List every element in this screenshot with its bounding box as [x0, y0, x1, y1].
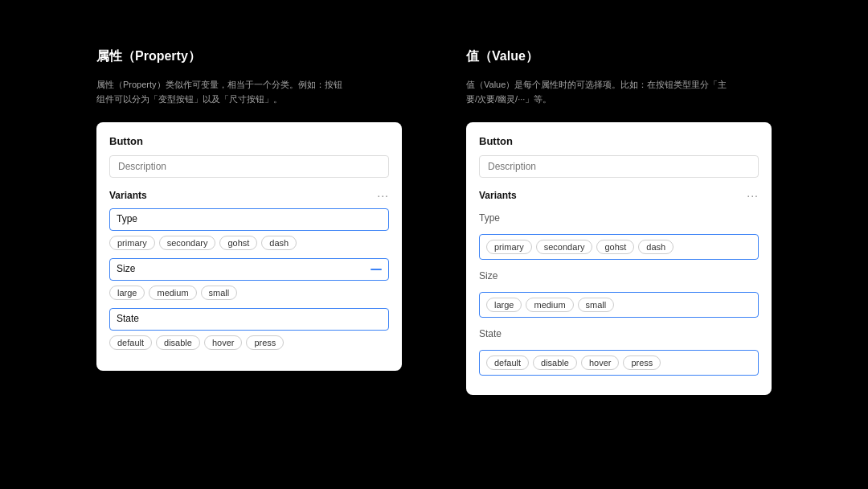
- tag-dash-r[interactable]: dash: [638, 240, 674, 254]
- right-type-tags-container[interactable]: primary secondary gohst dash: [479, 234, 759, 260]
- tag-dash[interactable]: dash: [261, 236, 297, 250]
- right-section: 值（Value） 值（Value）是每个属性时的可选择项。比如：在按钮类型里分「…: [466, 48, 772, 395]
- tag-small-r[interactable]: small: [578, 298, 615, 312]
- tag-large[interactable]: large: [109, 286, 145, 300]
- right-type-row: Type: [479, 208, 759, 231]
- right-property-size: Size large medium small: [479, 266, 759, 318]
- tag-press-r[interactable]: press: [623, 355, 661, 370]
- left-property-type: Type primary secondary gohst dash: [109, 208, 389, 252]
- left-section: 属性（Property） 属性（Property）类似作可变量，相当于一个分类。…: [96, 48, 402, 371]
- right-size-tags-container[interactable]: large medium small: [479, 292, 759, 318]
- left-card-title: Button: [109, 135, 389, 147]
- right-variants-header: Variants ···: [479, 189, 759, 202]
- tag-gohst[interactable]: gohst: [219, 236, 257, 250]
- tag-secondary-r[interactable]: secondary: [536, 240, 593, 254]
- right-size-row: Size: [479, 266, 759, 289]
- tag-small[interactable]: small: [201, 286, 238, 300]
- right-property-type: Type primary secondary gohst dash: [479, 208, 759, 260]
- left-description-input[interactable]: [109, 155, 389, 178]
- collapse-icon: [371, 269, 382, 270]
- tag-large-r[interactable]: large: [486, 298, 522, 312]
- left-type-tags: primary secondary gohst dash: [109, 234, 389, 252]
- tag-medium[interactable]: medium: [149, 286, 196, 300]
- right-state-tags: default disable hover press: [486, 355, 751, 370]
- tag-medium-r[interactable]: medium: [526, 298, 573, 312]
- right-size-label: Size: [479, 270, 759, 281]
- left-type-row[interactable]: Type: [109, 208, 389, 231]
- right-description-input[interactable]: [479, 155, 759, 178]
- tag-primary-r[interactable]: primary: [486, 240, 532, 254]
- right-size-tags: large medium small: [486, 298, 751, 312]
- tag-gohst-r[interactable]: gohst: [596, 240, 634, 254]
- right-property-state: State default disable hover press: [479, 324, 759, 376]
- tag-hover-r[interactable]: hover: [581, 355, 620, 370]
- left-state-row[interactable]: State: [109, 308, 389, 331]
- tag-default[interactable]: default: [109, 335, 152, 350]
- tag-primary[interactable]: primary: [109, 236, 155, 250]
- right-type-tags: primary secondary gohst dash: [486, 240, 751, 254]
- left-state-tags: default disable hover press: [109, 334, 389, 351]
- right-variants-dots[interactable]: ···: [747, 189, 759, 202]
- left-desc: 属性（Property）类似作可变量，相当于一个分类。例如：按钮组件可以分为「变…: [96, 78, 402, 106]
- tag-disable-r[interactable]: disable: [533, 355, 577, 370]
- right-card-title: Button: [479, 135, 759, 147]
- tag-hover[interactable]: hover: [204, 335, 243, 350]
- left-size-row[interactable]: Size: [109, 258, 389, 281]
- left-state-label: State: [117, 313, 382, 324]
- left-size-label: Size: [117, 263, 135, 274]
- right-card: Button Variants ··· Type primary seconda…: [466, 122, 772, 395]
- left-property-size: Size large medium small: [109, 258, 389, 302]
- left-variants-dots[interactable]: ···: [377, 189, 389, 202]
- tag-press[interactable]: press: [246, 335, 284, 350]
- right-state-row: State: [479, 324, 759, 347]
- right-state-label: State: [479, 328, 759, 339]
- left-type-label: Type: [117, 213, 382, 224]
- right-desc: 值（Value）是每个属性时的可选择项。比如：在按钮类型里分「主要/次要/幽灵/…: [466, 78, 772, 106]
- left-card: Button Variants ··· Type primary seconda…: [96, 122, 402, 371]
- page-wrapper: 属性（Property） 属性（Property）类似作可变量，相当于一个分类。…: [0, 0, 868, 489]
- tag-default-r[interactable]: default: [486, 355, 529, 370]
- left-property-state: State default disable hover press: [109, 308, 389, 351]
- tag-disable[interactable]: disable: [156, 335, 200, 350]
- left-size-tags: large medium small: [109, 284, 389, 302]
- left-title: 属性（Property）: [96, 48, 402, 65]
- left-variants-label: Variants: [109, 190, 147, 201]
- right-state-tags-container[interactable]: default disable hover press: [479, 350, 759, 376]
- tag-secondary[interactable]: secondary: [159, 236, 216, 250]
- left-variants-header: Variants ···: [109, 189, 389, 202]
- right-type-label: Type: [479, 212, 759, 224]
- right-title: 值（Value）: [466, 48, 772, 65]
- right-variants-label: Variants: [479, 190, 517, 201]
